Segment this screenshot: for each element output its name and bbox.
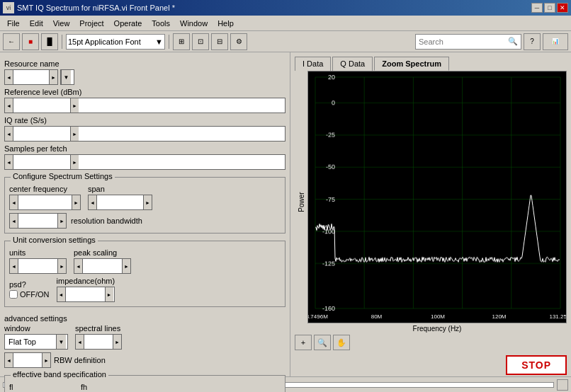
spec-lines-dec[interactable]: ◄ [76,335,84,349]
impedance-inc[interactable]: ► [105,287,113,301]
resource-name-label: Resource name [4,59,286,68]
help-button[interactable]: ? [524,33,541,50]
menu-edit[interactable]: Edit [26,18,47,29]
tab-q-data[interactable]: Q Data [332,57,373,71]
distribute-button[interactable]: ⊡ [192,33,209,50]
font-selector[interactable]: 15pt Application Font ▼ [66,34,165,50]
units-dec[interactable]: ◄ [10,259,18,273]
stop-button[interactable]: STOP [506,355,567,375]
res-bw-dec[interactable]: ◄ [10,214,18,228]
align-button[interactable]: ⊞ [173,33,190,50]
menu-window[interactable]: Window [176,18,212,29]
psd-col: psd? OFF/ON [9,280,50,299]
impedance-col: impedance(ohm) ◄ 50.00 ► [57,277,115,302]
tools-button[interactable]: ⚙ [230,33,247,50]
spectral-lines-field[interactable]: -1 [84,335,113,349]
spectrum-icon[interactable]: 📊 [543,33,568,50]
rbw-field[interactable]: 3dB [13,353,42,367]
iq-rate-inc[interactable]: ► [70,127,79,141]
minimize-button[interactable]: ─ [531,3,543,13]
resource-name-dropdown[interactable]: ▼ [60,69,74,85]
menu-tools[interactable]: Tools [147,18,174,29]
span-dec[interactable]: ◄ [89,195,97,209]
peak-scaling-field[interactable]: rms [83,259,122,273]
title-bar: vi SMT IQ Spectrum for niRFSA.vi Front P… [0,0,571,16]
menu-project[interactable]: Project [75,18,108,29]
zoom-tool[interactable]: 🔍 [314,335,331,350]
span-field[interactable]: 62.50M [97,195,143,209]
title-buttons[interactable]: ─ □ ✕ [531,3,568,13]
menu-view[interactable]: View [49,18,74,29]
iq-rate-field[interactable]: 62.5M [13,127,70,141]
spectral-lines-input[interactable]: ◄ -1 ► [75,334,122,350]
spec-lines-inc[interactable]: ► [113,335,121,349]
close-button[interactable]: ✕ [557,3,568,13]
unit-row2: psd? OFF/ON impedance(ohm) ◄ 50.00 ► [9,277,281,302]
units-col: units ◄ dBm ► [9,248,67,274]
iq-rate-dec[interactable]: ◄ [5,127,13,141]
unit-conversion-group: Unit conversion settings units ◄ dBm ► p… [4,241,286,307]
resource-name-field[interactable]: 5665 [13,70,49,84]
ref-level-inc[interactable]: ► [70,98,79,113]
menu-file[interactable]: File [3,18,24,29]
resize-button[interactable]: ⊟ [211,33,228,50]
search-box[interactable]: 🔍 [415,34,521,50]
peak-scaling-input[interactable]: ◄ rms ► [74,258,131,274]
pan-tool[interactable]: ✋ [333,335,350,350]
units-input[interactable]: ◄ dBm ► [9,258,67,274]
resource-dropdown-arrow[interactable]: ▼ [61,70,71,84]
window-dropdown[interactable]: Flat Top ▼ [4,334,68,350]
chart-col: Frequency (Hz) [307,71,567,333]
resolution-bw-input[interactable]: ◄ 3.00k ► [9,213,67,229]
window-label: window [4,324,68,333]
units-inc[interactable]: ► [57,259,66,273]
window-dropdown-arrow[interactable]: ▼ [56,335,66,349]
res-bw-inc[interactable]: ► [57,214,66,228]
center-freq-field[interactable]: 100.00M [18,195,72,209]
chart-container [307,71,567,323]
units-field[interactable]: dBm [18,259,57,273]
rbw-input[interactable]: ◄ 3dB ► [4,352,51,368]
zoom-in-tool[interactable]: + [295,335,312,350]
tab-zoom-spectrum[interactable]: Zoom Spectrum [374,57,449,71]
span-input[interactable]: ◄ 62.50M ► [88,195,152,210]
samples-input[interactable]: ◄ 10000 ► [4,154,286,170]
rbw-dec[interactable]: ◄ [5,353,13,367]
ref-level-field[interactable]: 0.00 [13,98,70,113]
resource-name-dec[interactable]: ◄ [5,70,13,84]
ref-level-dec[interactable]: ◄ [5,98,13,113]
back-button[interactable]: ← [3,33,20,50]
center-freq-dec[interactable]: ◄ [10,195,18,209]
menu-help[interactable]: Help [213,18,238,29]
pause-button[interactable]: ▐▌ [41,33,58,50]
resource-name-input[interactable]: ◄ 5665 ► [4,69,58,85]
unit-conversion-label: Unit conversion settings [11,236,98,244]
iq-rate-input[interactable]: ◄ 62.5M ► [4,126,286,142]
reference-level-section: Reference level (dBm) ◄ 0.00 ► [4,88,286,113]
menu-operate[interactable]: Operate [110,18,147,29]
stop-run-button[interactable]: ■ [22,33,39,50]
impedance-field[interactable]: 50.00 [66,287,105,301]
psd-checkbox[interactable] [9,290,18,299]
impedance-dec[interactable]: ◄ [57,287,66,301]
peak-dec[interactable]: ◄ [74,259,83,273]
impedance-input[interactable]: ◄ 50.00 ► [57,287,115,302]
search-input[interactable] [419,38,507,46]
peak-inc[interactable]: ► [122,259,130,273]
samples-field[interactable]: 10000 [13,155,70,169]
res-bw-field[interactable]: 3.00k [18,214,57,228]
reference-level-label: Reference level (dBm) [4,88,286,96]
resource-name-inc[interactable]: ► [49,70,57,84]
span-inc[interactable]: ► [143,195,152,209]
center-freq-inc[interactable]: ► [72,195,80,209]
reference-level-input[interactable]: ◄ 0.00 ► [4,98,286,113]
samples-dec[interactable]: ◄ [5,155,13,169]
advanced-settings-section: advanced settings window Flat Top ▼ spec… [4,313,286,368]
rbw-inc[interactable]: ► [42,353,50,367]
maximize-button[interactable]: □ [544,3,555,13]
units-label: units [9,248,67,257]
samples-inc[interactable]: ► [70,155,79,169]
tab-i-data[interactable]: I Data [295,57,331,71]
toolbar-separator-1 [62,35,62,49]
center-freq-input[interactable]: ◄ 100.00M ► [9,195,81,210]
